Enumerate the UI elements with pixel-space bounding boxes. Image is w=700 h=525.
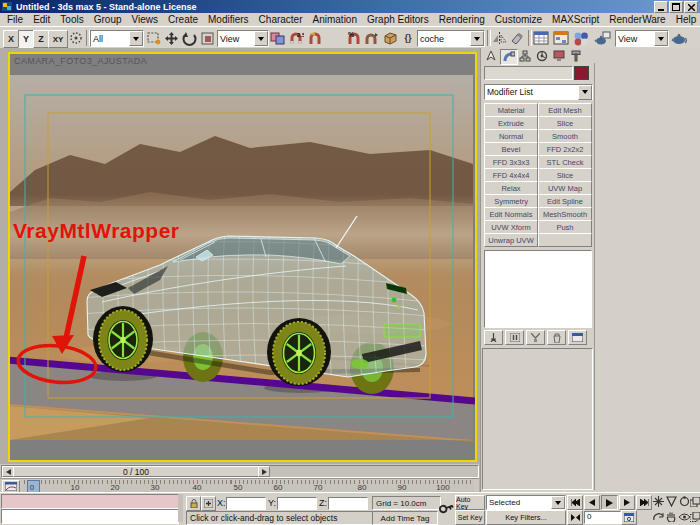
object-color-swatch[interactable] xyxy=(574,66,589,80)
key-step-toggle-button[interactable] xyxy=(567,510,583,525)
mirror-button[interactable] xyxy=(491,30,508,46)
menu-graph-editors[interactable]: Graph Editors xyxy=(362,14,434,25)
tab-modify[interactable] xyxy=(500,49,518,65)
axis-y-button[interactable]: Y xyxy=(18,30,34,48)
roll-camera-button[interactable] xyxy=(652,510,664,523)
close-button[interactable] xyxy=(684,1,698,13)
angle-snap-button[interactable] xyxy=(306,30,324,46)
tab-utilities[interactable] xyxy=(568,49,584,63)
snap-toggle-button[interactable]: 2.5 xyxy=(287,30,305,46)
previous-frame-button[interactable] xyxy=(584,495,600,510)
modifier-list-dropdown[interactable]: Modifier List xyxy=(484,84,593,100)
menu-rendering[interactable]: Rendering xyxy=(434,14,490,25)
axis-z-button[interactable]: Z xyxy=(33,30,49,48)
menu-edit[interactable]: Edit xyxy=(28,14,55,25)
object-name-field[interactable] xyxy=(484,66,573,80)
modifier-button[interactable]: UVW Xform xyxy=(484,220,538,234)
menu-views[interactable]: Views xyxy=(127,14,164,25)
named-selection-button[interactable]: {} xyxy=(400,30,416,46)
listener-scrollbar[interactable] xyxy=(178,494,183,522)
region-zoom-button[interactable] xyxy=(690,510,700,523)
modifier-button[interactable]: FFD 3x3x3 xyxy=(484,155,538,169)
menu-renderware[interactable]: RenderWare xyxy=(604,14,670,25)
y-coord-field[interactable] xyxy=(277,497,317,510)
go-to-start-button[interactable] xyxy=(567,495,583,510)
dolly-camera-button[interactable] xyxy=(652,495,664,508)
modifier-button[interactable]: Symmetry xyxy=(484,194,538,208)
z-coord-field[interactable] xyxy=(328,497,368,510)
title-bar[interactable]: Untitled - 3ds max 5 - Stand-alone Licen… xyxy=(0,0,700,13)
modifier-button[interactable]: UVW Map xyxy=(538,181,592,195)
percent-snap-button[interactable]: % xyxy=(345,30,362,46)
modifier-button[interactable]: Relax xyxy=(484,181,538,195)
modifier-button[interactable]: Material xyxy=(484,103,538,117)
set-key-button[interactable]: Set Key xyxy=(455,510,485,525)
select-and-rotate-button[interactable] xyxy=(181,30,198,46)
auto-key-button[interactable]: Auto Key xyxy=(455,495,485,510)
spinner-snap-button[interactable] xyxy=(363,30,380,46)
coordinate-system-dropdown[interactable]: View xyxy=(217,30,269,47)
modifier-button[interactable]: Slice xyxy=(538,168,592,182)
axis-xy-button[interactable]: XY xyxy=(48,30,68,48)
menu-help[interactable]: Help xyxy=(671,14,700,25)
modifier-button[interactable]: Smooth xyxy=(538,129,592,143)
menu-animation[interactable]: Animation xyxy=(308,14,362,25)
modifier-button[interactable]: Unwrap UVW xyxy=(484,233,538,247)
fov-button[interactable] xyxy=(665,495,677,508)
modifier-button[interactable]: Edit Normals xyxy=(484,207,538,221)
time-step-forward-button[interactable] xyxy=(258,466,270,477)
menu-character[interactable]: Character xyxy=(254,14,308,25)
menu-file[interactable]: File xyxy=(2,14,28,25)
time-configuration-button[interactable] xyxy=(621,510,637,525)
min-max-toggle-button[interactable] xyxy=(690,495,700,508)
current-frame-field[interactable]: 0 xyxy=(584,511,621,524)
align-button[interactable] xyxy=(509,30,526,46)
add-time-tag[interactable]: Add Time Tag xyxy=(372,511,438,525)
modifier-button[interactable]: Slice xyxy=(538,116,592,130)
render-type-dropdown[interactable]: View xyxy=(615,30,669,47)
tab-create[interactable] xyxy=(483,49,499,63)
maximize-button[interactable] xyxy=(669,1,683,13)
next-frame-button[interactable] xyxy=(619,495,635,510)
modifier-button[interactable]: Extrude xyxy=(484,116,538,130)
truck-camera-button[interactable] xyxy=(665,510,677,523)
x-coord-field[interactable] xyxy=(226,497,266,510)
tab-display[interactable] xyxy=(551,49,567,63)
menu-customize[interactable]: Customize xyxy=(490,14,547,25)
time-slider-thumb[interactable]: 0 / 100 xyxy=(13,466,259,477)
show-end-result-button[interactable] xyxy=(505,330,524,345)
maxscript-listener-white[interactable] xyxy=(1,509,179,524)
modifier-button[interactable]: MeshSmooth xyxy=(538,207,592,221)
keyboard-shortcut-toggle-button[interactable] xyxy=(382,30,399,46)
set-keys-button[interactable] xyxy=(438,499,455,518)
modifier-button[interactable]: Edit Mesh xyxy=(538,103,592,117)
modifier-stack-list[interactable] xyxy=(484,250,592,328)
track-bar-ticks[interactable]: 0 10 20 30 40 50 60 70 80 90 100 xyxy=(22,480,474,492)
tab-hierarchy[interactable] xyxy=(517,49,533,63)
key-filters-button[interactable]: Key Filters... xyxy=(486,510,566,525)
modifier-button[interactable]: Edit Spline xyxy=(538,194,592,208)
key-mode-dropdown[interactable]: Selected xyxy=(486,495,566,510)
menu-tools[interactable]: Tools xyxy=(55,14,88,25)
modifier-button[interactable]: Normal xyxy=(484,129,538,143)
select-and-scale-button[interactable] xyxy=(199,30,216,46)
schematic-view-button[interactable] xyxy=(552,30,570,46)
selection-lock-button[interactable] xyxy=(186,496,201,511)
menu-modifiers[interactable]: Modifiers xyxy=(203,14,254,25)
track-view-button[interactable] xyxy=(532,30,550,46)
modifier-button[interactable]: FFD 4x4x4 xyxy=(484,168,538,182)
use-center-button[interactable] xyxy=(269,30,286,46)
modifier-button[interactable] xyxy=(538,233,592,247)
menu-create[interactable]: Create xyxy=(163,14,203,25)
configure-modifier-sets-button[interactable] xyxy=(568,330,587,345)
render-scene-button[interactable] xyxy=(593,30,612,46)
camera-viewport[interactable]: CAMARA_FOTO3_AJUSTADA VrayMtlWrapper xyxy=(8,52,477,462)
select-and-move-button[interactable] xyxy=(163,30,180,46)
menu-maxscript[interactable]: MAXScript xyxy=(547,14,604,25)
play-button[interactable] xyxy=(601,495,618,510)
modifier-button[interactable]: STL Check xyxy=(538,155,592,169)
pin-stack-button[interactable] xyxy=(484,330,503,345)
modifier-button[interactable]: Push xyxy=(538,220,592,234)
orbit-camera-button[interactable] xyxy=(678,495,690,508)
zoom-extents-button[interactable] xyxy=(678,510,690,523)
